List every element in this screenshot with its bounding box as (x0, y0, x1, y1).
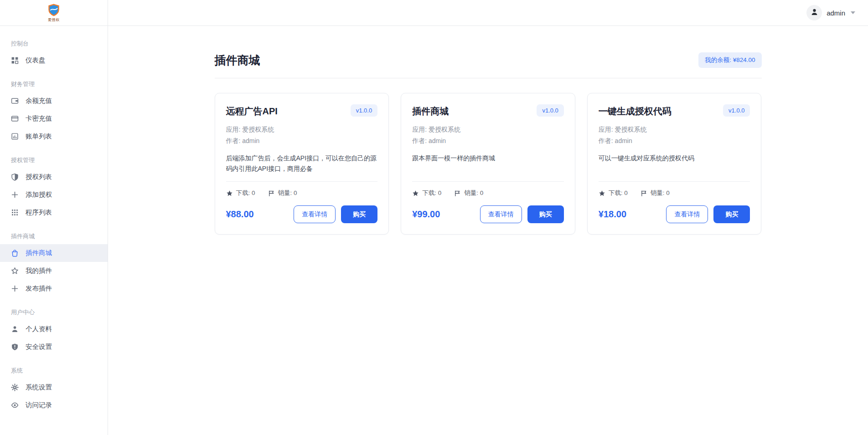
sidebar-item-label: 个人资料 (26, 325, 52, 333)
sidebar-item-program-list[interactable]: 程序列表 (0, 204, 108, 221)
sidebar-group-label: 控制台 (11, 40, 108, 48)
avatar[interactable] (806, 5, 822, 20)
plugin-card-footer: ¥18.00查看详情购买 (599, 205, 750, 223)
plus-icon (11, 285, 19, 292)
sidebar-item-profile[interactable]: 个人资料 (0, 320, 108, 338)
sidebar-item-label: 余额充值 (26, 97, 52, 105)
app-root: 爱授权 admin 控制台仪表盘财务管理余额充值卡密充值账单列表授权管理授权列表… (0, 0, 868, 435)
main-area: 插件商城 我的余额: ¥824.00 远程广告APIv1.0.0应用: 爱授权系… (108, 26, 868, 435)
sidebar-group-plugin-market: 插件商城插件商城我的插件发布插件 (0, 232, 108, 297)
apps-grid-icon (11, 209, 19, 216)
sidebar-item-access-log[interactable]: 访问记录 (0, 396, 108, 414)
plugin-card: 远程广告APIv1.0.0应用: 爱授权系统作者: admin后端添加广告后，会… (215, 93, 389, 235)
balance-badge: 我的余额: ¥824.00 (698, 52, 761, 68)
shield-exclamation-icon (11, 343, 19, 351)
buy-button[interactable]: 购买 (527, 205, 564, 223)
sidebar-item-add-license[interactable]: 添加授权 (0, 186, 108, 204)
plugin-card-grid: 远程广告APIv1.0.0应用: 爱授权系统作者: admin后端添加广告后，会… (215, 93, 762, 235)
user-icon (811, 8, 818, 18)
sidebar-item-bill-list[interactable]: 账单列表 (0, 128, 108, 145)
sidebar-item-label: 安全设置 (26, 343, 52, 351)
sidebar-item-label: 卡密充值 (26, 114, 52, 123)
plugin-stats: 下载: 0销量: 0 (412, 189, 564, 197)
sidebar-item-label: 发布插件 (26, 284, 52, 293)
view-details-button[interactable]: 查看详情 (480, 205, 522, 223)
plugin-title: 远程广告API (226, 104, 278, 118)
logo-area: 爱授权 (0, 0, 108, 26)
version-badge: v1.0.0 (351, 104, 377, 117)
sidebar-item-publish-plugin[interactable]: 发布插件 (0, 280, 108, 297)
flag-icon (268, 190, 275, 197)
downloads-stat: 下载: 0 (599, 189, 628, 197)
page-title: 插件商城 (215, 53, 260, 68)
sales-label: 销量: 0 (278, 189, 297, 197)
sidebar-item-balance-recharge[interactable]: 余额充值 (0, 92, 108, 110)
sidebar-item-system-settings[interactable]: 系统设置 (0, 379, 108, 396)
downloads-label: 下载: 0 (422, 189, 441, 197)
user-menu[interactable]: admin (806, 0, 868, 26)
flag-icon (641, 190, 647, 197)
plugin-app-line: 应用: 爱授权系统 (226, 124, 378, 135)
sidebar-item-label: 系统设置 (26, 383, 52, 392)
shield-logo-icon (47, 4, 60, 18)
plugin-description: 可以一键生成对应系统的授权代码 (599, 153, 750, 174)
chevron-down-icon (851, 11, 855, 14)
plugin-card-footer: ¥99.00查看详情购买 (412, 205, 564, 223)
plugin-stats: 下载: 0销量: 0 (226, 189, 378, 197)
plugin-author-line: 作者: admin (412, 135, 564, 147)
sidebar-item-label: 添加授权 (26, 190, 52, 199)
sales-stat: 销量: 0 (268, 189, 297, 197)
sidebar-item-security-settings[interactable]: 安全设置 (0, 338, 108, 356)
sales-label: 销量: 0 (464, 189, 483, 197)
sidebar-item-label: 程序列表 (26, 208, 52, 217)
plugin-card: 插件商城v1.0.0应用: 爱授权系统作者: admin跟本界面一模一样的插件商… (401, 93, 575, 235)
top-header: 爱授权 admin (0, 0, 868, 26)
plugin-meta: 应用: 爱授权系统作者: admin (412, 124, 564, 147)
user-name: admin (827, 9, 845, 17)
view-details-button[interactable]: 查看详情 (666, 205, 708, 223)
card-divider (412, 181, 564, 182)
downloads-label: 下载: 0 (609, 189, 628, 197)
plugin-actions: 查看详情购买 (480, 205, 564, 223)
buy-button[interactable]: 购买 (713, 205, 750, 223)
sidebar-item-label: 插件商城 (26, 249, 52, 257)
plugin-price: ¥88.00 (226, 209, 254, 220)
plugin-price: ¥18.00 (599, 209, 626, 220)
plugin-description: 后端添加广告后，会生成API接口，可以在您自己的源码内引用此API接口，商用必备 (226, 153, 378, 174)
brand-logo[interactable]: 爱授权 (47, 4, 60, 22)
wallet-icon (11, 97, 19, 105)
plugin-app-line: 应用: 爱授权系统 (412, 124, 564, 135)
star-outline-icon (11, 267, 19, 275)
version-badge: v1.0.0 (537, 104, 563, 117)
bill-chart-icon (11, 133, 19, 140)
sidebar-group-license: 授权管理授权列表添加授权程序列表 (0, 156, 108, 221)
content-container: 插件商城 我的余额: ¥824.00 远程广告APIv1.0.0应用: 爱授权系… (215, 26, 762, 235)
sidebar: 控制台仪表盘财务管理余额充值卡密充值账单列表授权管理授权列表添加授权程序列表插件… (0, 26, 108, 435)
sidebar-item-license-list[interactable]: 授权列表 (0, 168, 108, 186)
plugin-card: 一键生成授权代码v1.0.0应用: 爱授权系统作者: admin可以一键生成对应… (587, 93, 762, 235)
downloads-stat: 下载: 0 (412, 189, 441, 197)
view-details-button[interactable]: 查看详情 (294, 205, 336, 223)
sidebar-item-card-recharge[interactable]: 卡密充值 (0, 110, 108, 128)
plugin-card-head: 远程广告APIv1.0.0 (226, 104, 378, 118)
sidebar-group-console: 控制台仪表盘 (0, 40, 108, 69)
sidebar-group-user-center: 用户中心个人资料安全设置 (0, 308, 108, 356)
sidebar-item-dashboard[interactable]: 仪表盘 (0, 51, 108, 69)
sidebar-item-label: 我的插件 (26, 266, 52, 275)
shopping-bag-icon (11, 249, 19, 257)
buy-button[interactable]: 购买 (341, 205, 377, 223)
card-divider (226, 181, 378, 182)
sidebar-group-finance: 财务管理余额充值卡密充值账单列表 (0, 80, 108, 145)
brand-name: 爱授权 (48, 18, 60, 22)
plugin-actions: 查看详情购买 (294, 205, 377, 223)
sidebar-item-plugin-market[interactable]: 插件商城 (0, 244, 108, 262)
version-badge: v1.0.0 (723, 104, 750, 117)
sidebar-item-label: 授权列表 (26, 173, 52, 181)
plugin-card-head: 一键生成授权代码v1.0.0 (599, 104, 750, 118)
sidebar-item-my-plugins[interactable]: 我的插件 (0, 262, 108, 280)
plugin-title: 插件商城 (412, 104, 449, 118)
sales-stat: 销量: 0 (454, 189, 483, 197)
card-divider (599, 181, 750, 182)
plugin-meta: 应用: 爱授权系统作者: admin (226, 124, 378, 147)
flag-icon (454, 190, 461, 197)
